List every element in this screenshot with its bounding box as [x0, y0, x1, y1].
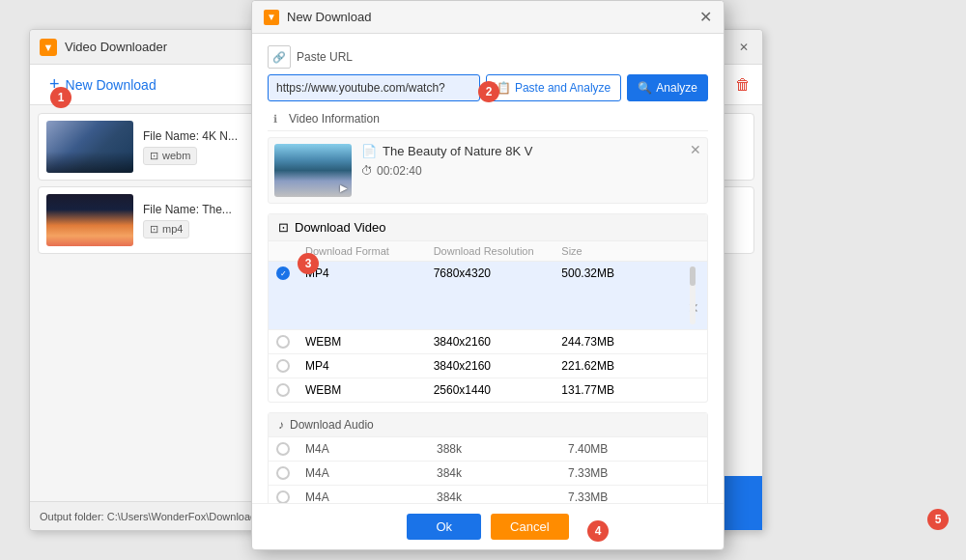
col-size: Size: [561, 245, 690, 257]
format-icon-2: ⊡: [150, 223, 158, 236]
modal-footer: Ok Cancel: [252, 503, 724, 549]
format-badge-2: ⊡ mp4: [143, 220, 189, 238]
modal-icon: ▼: [264, 10, 279, 25]
thumbnail-1: [46, 121, 133, 173]
download-video-icon: ⊡: [278, 220, 289, 235]
audio-row[interactable]: M4A 384k 7.33MB: [269, 462, 707, 486]
modal-title: New Download: [287, 10, 699, 24]
table-row[interactable]: WEBM 3840x2160 244.73MB: [269, 330, 707, 354]
col-format: Download Format: [305, 245, 434, 257]
scrollbar-thumb[interactable]: [690, 266, 696, 286]
video-info-close[interactable]: ✕: [690, 142, 701, 157]
audio-header: ♪ Download Audio: [269, 413, 707, 437]
clock-icon: ⏱: [361, 164, 373, 178]
thumbnail-2: [46, 194, 133, 246]
url-input[interactable]: [268, 74, 480, 101]
radio-mp4-4k[interactable]: [276, 266, 290, 280]
close-button[interactable]: ✕: [735, 39, 753, 56]
video-thumbnail: [274, 144, 352, 197]
col-resolution: Download Resolution: [434, 245, 562, 257]
download-video-section: ⊡ Download Video ✕ Download Format Downl…: [268, 213, 708, 403]
format-text-1: webm: [162, 150, 190, 161]
modal-body: 🔗 Paste URL 📋 Paste and Analyze 🔍 Analyz…: [252, 34, 724, 503]
radio-mp4-2k[interactable]: [276, 359, 290, 373]
app-icon: ▼: [40, 39, 57, 56]
paste-url-label: 🔗 Paste URL: [268, 45, 708, 69]
search-icon: 🔍: [638, 81, 652, 95]
audio-icon: ♪: [278, 418, 284, 432]
step-5-badge: 5: [927, 509, 949, 530]
paste-and-analyze-button[interactable]: 📋 Paste and Analyze: [486, 74, 621, 101]
video-duration: ⏱ 00:02:40: [361, 164, 701, 178]
modal-close-button[interactable]: ✕: [699, 10, 712, 25]
video-file-icon: 📄: [361, 144, 377, 158]
modal-titlebar: ▼ New Download ✕: [252, 1, 724, 34]
video-title: 📄 The Beauty of Nature 8K V: [361, 144, 701, 158]
video-info-header: ℹ Video Information: [268, 111, 708, 131]
format-table-header: Download Format Download Resolution Size: [269, 241, 707, 262]
step-4-badge: 4: [587, 520, 609, 542]
download-video-header: ⊡ Download Video ✕: [269, 214, 707, 241]
url-icon: 🔗: [268, 45, 291, 69]
step-1-badge: 1: [50, 87, 71, 108]
audio-row[interactable]: M4A 388k 7.40MB: [269, 437, 707, 462]
step-3-badge: 3: [298, 253, 319, 274]
radio-m4a-2[interactable]: [276, 466, 290, 480]
delete-icon[interactable]: 🗑: [735, 76, 751, 94]
radio-m4a-1[interactable]: [276, 442, 290, 456]
video-details: 📄 The Beauty of Nature 8K V ⏱ 00:02:40: [361, 144, 701, 178]
info-icon: ℹ: [268, 111, 283, 126]
analyze-button[interactable]: 🔍 Analyze: [627, 74, 708, 101]
audio-row[interactable]: M4A 384k 7.33MB: [269, 486, 707, 503]
audio-section: ♪ Download Audio M4A 388k 7.40MB M4A 384…: [268, 412, 708, 503]
format-table: Download Format Download Resolution Size…: [269, 241, 707, 402]
output-folder-path: C:\Users\WonderFox\Downloads: [107, 511, 262, 522]
output-folder-label: Output folder:: [40, 511, 104, 522]
new-download-label: New Download: [66, 77, 156, 93]
radio-webm-1440[interactable]: [276, 383, 290, 397]
radio-m4a-3[interactable]: [276, 490, 290, 503]
table-row[interactable]: MP4 3840x2160 221.62MB: [269, 354, 707, 378]
step-2-badge: 2: [478, 81, 499, 102]
table-row[interactable]: MP4 7680x4320 500.32MB: [269, 262, 707, 330]
format-badge-1: ⊡ webm: [143, 147, 197, 165]
video-info-content: ✕ 📄 The Beauty of Nature 8K V ⏱ 00:02:40: [268, 137, 708, 204]
format-text-2: mp4: [162, 223, 183, 235]
table-row[interactable]: WEBM 2560x1440 131.77MB: [269, 378, 707, 402]
scrollbar-track[interactable]: [690, 266, 696, 324]
format-icon-1: ⊡: [150, 150, 158, 162]
video-info-section: ℹ Video Information ✕ 📄 The Beauty of Na…: [268, 111, 708, 204]
radio-webm-4k[interactable]: [276, 335, 290, 349]
ok-button[interactable]: Ok: [407, 514, 481, 540]
cancel-button[interactable]: Cancel: [491, 514, 568, 540]
